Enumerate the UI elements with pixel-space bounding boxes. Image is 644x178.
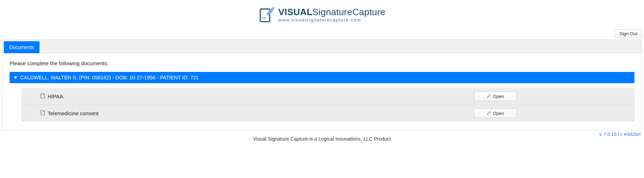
logo-url: www.visualsignaturecapture.com — [278, 18, 361, 22]
document-name: Telemedicine consent — [48, 110, 98, 116]
app-logo: VISUALSignatureCapture www.visualsignatu… — [0, 0, 644, 27]
document-row: Telemedicine consent Open — [22, 105, 634, 122]
version-text: v. 7.0.10 / r. e3d1bcf — [599, 131, 640, 137]
document-row: HIPAA Open — [22, 88, 634, 105]
tabs-bar: Documents — [2, 40, 642, 53]
tab-documents[interactable]: Documents — [4, 41, 40, 53]
open-button[interactable]: Open — [474, 109, 517, 118]
tablet-feather-icon — [259, 6, 276, 23]
patient-header-text: CALDWELL, WALTER S. (PIN: 056182) - DOB:… — [20, 75, 199, 80]
footer-text: Visual Signature Capture is a Logical In… — [253, 136, 391, 142]
document-list: HIPAA Open Telemedicine conse — [22, 88, 634, 122]
file-icon — [41, 110, 45, 116]
document-name: HIPAA — [48, 93, 63, 99]
logo-text: VISUALSignatureCapture — [278, 7, 386, 17]
patient-accordion-header[interactable]: CALDWELL, WALTER S. (PIN: 056182) - DOB:… — [10, 72, 634, 83]
open-button[interactable]: Open — [474, 92, 517, 101]
sign-out-button[interactable]: Sign Out — [615, 29, 642, 38]
open-button-label: Open — [493, 111, 504, 116]
instruction-text: Please complete the following documents: — [10, 60, 634, 66]
file-icon — [41, 93, 45, 99]
main-panel: Documents Please complete the following … — [2, 39, 642, 130]
pencil-icon — [487, 94, 491, 99]
open-button-label: Open — [493, 94, 504, 99]
pencil-icon — [487, 111, 491, 116]
svg-marker-1 — [14, 76, 17, 79]
footer: Visual Signature Capture is a Logical In… — [0, 130, 644, 144]
caret-down-icon — [14, 75, 17, 80]
